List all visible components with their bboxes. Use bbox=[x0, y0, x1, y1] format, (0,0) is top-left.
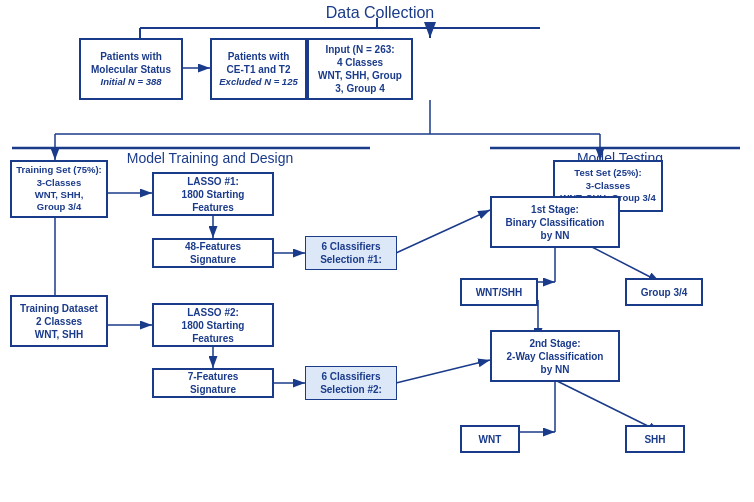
box-training-dataset-line3: WNT, SHH bbox=[35, 328, 83, 341]
box-cet1t2: Patients with CE-T1 and T2 Excluded N = … bbox=[210, 38, 307, 100]
box-lasso2-line2: 1800 Starting bbox=[182, 319, 245, 332]
box-7features-line2: Signature bbox=[190, 383, 236, 396]
box-cet1t2-line3: Excluded N = 125 bbox=[219, 76, 297, 88]
box-training-set-line3: WNT, SHH, bbox=[35, 189, 84, 201]
box-input-line2: 4 Classes bbox=[337, 56, 383, 69]
box-7features: 7-Features Signature bbox=[152, 368, 274, 398]
box-cet1t2-line1: Patients with bbox=[228, 50, 290, 63]
svg-line-15 bbox=[396, 210, 490, 253]
box-training-set-line1: Training Set (75%): bbox=[16, 164, 102, 176]
box-shh: SHH bbox=[625, 425, 685, 453]
title-data-collection: Data Collection bbox=[280, 4, 480, 22]
box-molecular-line1: Patients with bbox=[100, 50, 162, 63]
box-classifiers2-line1: 6 Classifiers bbox=[322, 370, 381, 383]
box-stage1: 1st Stage: Binary Classification by NN bbox=[490, 196, 620, 248]
box-input-line3: WNT, SHH, Group bbox=[318, 69, 402, 82]
box-lasso1-line2: 1800 Starting bbox=[182, 188, 245, 201]
box-stage2: 2nd Stage: 2-Way Classification by NN bbox=[490, 330, 620, 382]
box-test-set-line2: 3-Classes bbox=[586, 180, 630, 192]
box-molecular-line2: Molecular Status bbox=[91, 63, 171, 76]
box-lasso1-line1: LASSO #1: bbox=[187, 175, 239, 188]
box-training-dataset-line2: 2 Classes bbox=[36, 315, 82, 328]
box-stage2-line2: 2-Way Classification bbox=[507, 350, 604, 363]
box-stage2-line1: 2nd Stage: bbox=[529, 337, 580, 350]
box-wnt-shh-label: WNT/SHH bbox=[476, 286, 523, 299]
box-classifiers2-line2: Selection #2: bbox=[320, 383, 382, 396]
box-stage1-line1: 1st Stage: bbox=[531, 203, 579, 216]
box-input-line1: Input (N = 263: bbox=[325, 43, 394, 56]
box-48features-line2: Signature bbox=[190, 253, 236, 266]
box-group34: Group 3/4 bbox=[625, 278, 703, 306]
diagram: Data Collection Model Training and Desig… bbox=[0, 0, 754, 502]
box-classifiers1-line1: 6 Classifiers bbox=[322, 240, 381, 253]
box-classifiers1-line2: Selection #1: bbox=[320, 253, 382, 266]
box-lasso2-line3: Features bbox=[192, 332, 234, 345]
box-7features-line1: 7-Features bbox=[188, 370, 239, 383]
svg-line-19 bbox=[396, 360, 490, 383]
box-training-set: Training Set (75%): 3-Classes WNT, SHH, … bbox=[10, 160, 108, 218]
box-cet1t2-line2: CE-T1 and T2 bbox=[227, 63, 291, 76]
box-lasso2-line1: LASSO #2: bbox=[187, 306, 239, 319]
box-wnt-label: WNT bbox=[479, 433, 502, 446]
box-training-dataset-line1: Training Dataset bbox=[20, 302, 98, 315]
box-test-set-line1: Test Set (25%): bbox=[574, 167, 641, 179]
box-lasso1-line3: Features bbox=[192, 201, 234, 214]
box-stage1-line2: Binary Classification bbox=[506, 216, 605, 229]
box-group34-label: Group 3/4 bbox=[641, 286, 688, 299]
box-training-set-line4: Group 3/4 bbox=[37, 201, 81, 213]
box-training-dataset: Training Dataset 2 Classes WNT, SHH bbox=[10, 295, 108, 347]
box-48features-line1: 48-Features bbox=[185, 240, 241, 253]
box-lasso1: LASSO #1: 1800 Starting Features bbox=[152, 172, 274, 216]
box-molecular-line3: Initial N = 388 bbox=[101, 76, 162, 88]
box-classifiers1: 6 Classifiers Selection #1: bbox=[305, 236, 397, 270]
box-lasso2: LASSO #2: 1800 Starting Features bbox=[152, 303, 274, 347]
box-training-set-line2: 3-Classes bbox=[37, 177, 81, 189]
box-wnt-shh: WNT/SHH bbox=[460, 278, 538, 306]
box-stage2-line3: by NN bbox=[541, 363, 570, 376]
box-input: Input (N = 263: 4 Classes WNT, SHH, Grou… bbox=[307, 38, 413, 100]
box-shh-label: SHH bbox=[644, 433, 665, 446]
box-stage1-line3: by NN bbox=[541, 229, 570, 242]
box-classifiers2: 6 Classifiers Selection #2: bbox=[305, 366, 397, 400]
box-48features: 48-Features Signature bbox=[152, 238, 274, 268]
box-molecular: Patients with Molecular Status Initial N… bbox=[79, 38, 183, 100]
box-wnt: WNT bbox=[460, 425, 520, 453]
box-input-line4: 3, Group 4 bbox=[335, 82, 384, 95]
